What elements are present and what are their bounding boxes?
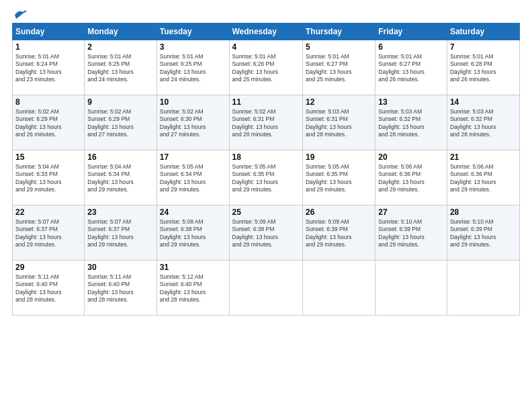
day-info: Sunrise: 5:02 AMSunset: 6:30 PMDaylight:…: [160, 108, 226, 139]
page: SundayMondayTuesdayWednesdayThursdayFrid…: [0, 0, 532, 322]
day-number: 1: [15, 42, 81, 52]
day-number: 18: [232, 152, 300, 162]
calendar-cell: 14 Sunrise: 5:03 AMSunset: 6:32 PMDaylig…: [447, 95, 519, 150]
day-info: Sunrise: 5:10 AMSunset: 6:39 PMDaylight:…: [378, 218, 444, 249]
day-info: Sunrise: 5:09 AMSunset: 6:38 PMDaylight:…: [232, 218, 300, 249]
day-number: 16: [87, 152, 153, 162]
day-number: 4: [232, 42, 300, 52]
calendar-cell: 11 Sunrise: 5:02 AMSunset: 6:31 PMDaylig…: [229, 95, 302, 150]
day-info: Sunrise: 5:05 AMSunset: 6:34 PMDaylight:…: [160, 163, 226, 194]
logo-bird-icon: [13, 9, 28, 21]
calendar-cell: 17 Sunrise: 5:05 AMSunset: 6:34 PMDaylig…: [157, 150, 229, 205]
day-info: Sunrise: 5:11 AMSunset: 6:40 PMDaylight:…: [87, 273, 153, 304]
day-info: Sunrise: 5:02 AMSunset: 6:29 PMDaylight:…: [15, 108, 81, 139]
day-info: Sunrise: 5:06 AMSunset: 6:36 PMDaylight:…: [378, 163, 444, 194]
calendar-cell: 27 Sunrise: 5:10 AMSunset: 6:39 PMDaylig…: [375, 205, 447, 261]
day-number: 7: [450, 42, 517, 52]
calendar-cell: 16 Sunrise: 5:04 AMSunset: 6:34 PMDaylig…: [85, 150, 157, 205]
calendar-cell: 24 Sunrise: 5:08 AMSunset: 6:38 PMDaylig…: [157, 205, 229, 261]
week-row-3: 15 Sunrise: 5:04 AMSunset: 6:33 PMDaylig…: [13, 150, 520, 205]
day-info: Sunrise: 5:01 AMSunset: 6:25 PMDaylight:…: [160, 53, 226, 84]
day-info: Sunrise: 5:06 AMSunset: 6:36 PMDaylight:…: [450, 163, 517, 194]
week-row-4: 22 Sunrise: 5:07 AMSunset: 6:37 PMDaylig…: [13, 205, 520, 261]
calendar-cell: [447, 261, 519, 316]
weekday-header-tuesday: Tuesday: [157, 24, 229, 40]
day-info: Sunrise: 5:04 AMSunset: 6:33 PMDaylight:…: [15, 163, 81, 194]
calendar-cell: 22 Sunrise: 5:07 AMSunset: 6:37 PMDaylig…: [13, 205, 85, 261]
day-number: 26: [306, 208, 372, 217]
day-number: 19: [306, 152, 372, 162]
day-number: 25: [232, 208, 300, 217]
weekday-header-saturday: Saturday: [447, 24, 519, 40]
weekday-header-thursday: Thursday: [302, 24, 375, 40]
day-number: 12: [306, 97, 372, 107]
calendar-cell: 23 Sunrise: 5:07 AMSunset: 6:37 PMDaylig…: [85, 205, 157, 261]
calendar-table: SundayMondayTuesdayWednesdayThursdayFrid…: [12, 23, 520, 316]
day-info: Sunrise: 5:01 AMSunset: 6:24 PMDaylight:…: [15, 53, 81, 84]
day-info: Sunrise: 5:10 AMSunset: 6:39 PMDaylight:…: [450, 218, 517, 249]
day-number: 28: [450, 208, 517, 217]
header: [12, 12, 520, 19]
day-number: 15: [15, 152, 81, 162]
day-number: 23: [87, 208, 153, 217]
weekday-header-wednesday: Wednesday: [229, 24, 302, 40]
calendar-cell: 28 Sunrise: 5:10 AMSunset: 6:39 PMDaylig…: [447, 205, 519, 261]
day-number: 22: [15, 208, 81, 217]
day-number: 9: [87, 97, 153, 107]
calendar-cell: [229, 261, 302, 316]
weekday-header-row: SundayMondayTuesdayWednesdayThursdayFrid…: [13, 24, 520, 40]
day-number: 10: [160, 97, 226, 107]
calendar-cell: 25 Sunrise: 5:09 AMSunset: 6:38 PMDaylig…: [229, 205, 302, 261]
day-number: 6: [378, 42, 444, 52]
calendar-cell: 18 Sunrise: 5:05 AMSunset: 6:35 PMDaylig…: [229, 150, 302, 205]
calendar-cell: 7 Sunrise: 5:01 AMSunset: 6:28 PMDayligh…: [447, 40, 519, 95]
day-info: Sunrise: 5:01 AMSunset: 6:25 PMDaylight:…: [87, 53, 153, 84]
day-number: 11: [232, 97, 300, 107]
calendar-cell: 13 Sunrise: 5:03 AMSunset: 6:32 PMDaylig…: [375, 95, 447, 150]
day-number: 5: [306, 42, 372, 52]
day-number: 8: [15, 97, 81, 107]
day-number: 27: [378, 208, 444, 217]
week-row-2: 8 Sunrise: 5:02 AMSunset: 6:29 PMDayligh…: [13, 95, 520, 150]
calendar-cell: 2 Sunrise: 5:01 AMSunset: 6:25 PMDayligh…: [85, 40, 157, 95]
day-info: Sunrise: 5:03 AMSunset: 6:31 PMDaylight:…: [306, 108, 372, 139]
day-info: Sunrise: 5:12 AMSunset: 6:40 PMDaylight:…: [160, 273, 226, 304]
day-info: Sunrise: 5:09 AMSunset: 6:39 PMDaylight:…: [306, 218, 372, 249]
day-info: Sunrise: 5:07 AMSunset: 6:37 PMDaylight:…: [87, 218, 153, 249]
week-row-1: 1 Sunrise: 5:01 AMSunset: 6:24 PMDayligh…: [13, 40, 520, 95]
calendar-cell: 20 Sunrise: 5:06 AMSunset: 6:36 PMDaylig…: [375, 150, 447, 205]
calendar-cell: 6 Sunrise: 5:01 AMSunset: 6:27 PMDayligh…: [375, 40, 447, 95]
calendar-cell: 10 Sunrise: 5:02 AMSunset: 6:30 PMDaylig…: [157, 95, 229, 150]
calendar-cell: 19 Sunrise: 5:05 AMSunset: 6:35 PMDaylig…: [302, 150, 375, 205]
day-info: Sunrise: 5:05 AMSunset: 6:35 PMDaylight:…: [306, 163, 372, 194]
calendar-cell: [302, 261, 375, 316]
calendar-cell: 5 Sunrise: 5:01 AMSunset: 6:27 PMDayligh…: [302, 40, 375, 95]
calendar-cell: 21 Sunrise: 5:06 AMSunset: 6:36 PMDaylig…: [447, 150, 519, 205]
day-info: Sunrise: 5:03 AMSunset: 6:32 PMDaylight:…: [378, 108, 444, 139]
day-info: Sunrise: 5:08 AMSunset: 6:38 PMDaylight:…: [160, 218, 226, 249]
day-info: Sunrise: 5:03 AMSunset: 6:32 PMDaylight:…: [450, 108, 517, 139]
weekday-header-sunday: Sunday: [13, 24, 85, 40]
day-number: 30: [87, 263, 153, 272]
day-number: 17: [160, 152, 226, 162]
calendar-cell: 15 Sunrise: 5:04 AMSunset: 6:33 PMDaylig…: [13, 150, 85, 205]
day-number: 3: [160, 42, 226, 52]
weekday-header-monday: Monday: [85, 24, 157, 40]
weekday-header-friday: Friday: [375, 24, 447, 40]
day-number: 24: [160, 208, 226, 217]
calendar-cell: 3 Sunrise: 5:01 AMSunset: 6:25 PMDayligh…: [157, 40, 229, 95]
day-info: Sunrise: 5:07 AMSunset: 6:37 PMDaylight:…: [15, 218, 81, 249]
day-info: Sunrise: 5:01 AMSunset: 6:27 PMDaylight:…: [378, 53, 444, 84]
calendar-cell: [375, 261, 447, 316]
day-number: 2: [87, 42, 153, 52]
day-info: Sunrise: 5:11 AMSunset: 6:40 PMDaylight:…: [15, 273, 81, 304]
day-info: Sunrise: 5:04 AMSunset: 6:34 PMDaylight:…: [87, 163, 153, 194]
day-info: Sunrise: 5:01 AMSunset: 6:28 PMDaylight:…: [450, 53, 517, 84]
calendar-cell: 31 Sunrise: 5:12 AMSunset: 6:40 PMDaylig…: [157, 261, 229, 316]
week-row-5: 29 Sunrise: 5:11 AMSunset: 6:40 PMDaylig…: [13, 261, 520, 316]
day-info: Sunrise: 5:02 AMSunset: 6:29 PMDaylight:…: [87, 108, 153, 139]
calendar-cell: 9 Sunrise: 5:02 AMSunset: 6:29 PMDayligh…: [85, 95, 157, 150]
day-number: 21: [450, 152, 517, 162]
calendar-cell: 30 Sunrise: 5:11 AMSunset: 6:40 PMDaylig…: [85, 261, 157, 316]
calendar-cell: 1 Sunrise: 5:01 AMSunset: 6:24 PMDayligh…: [13, 40, 85, 95]
